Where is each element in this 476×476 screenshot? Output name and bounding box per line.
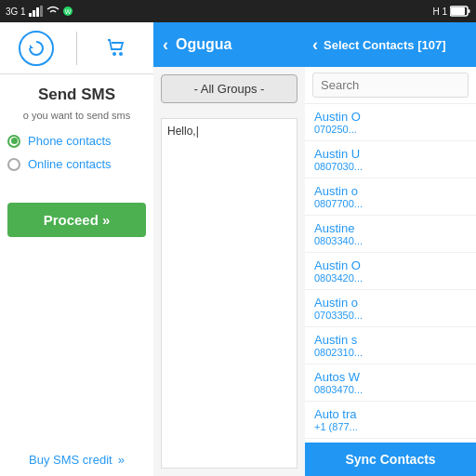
- contact-name: Auto tra: [314, 407, 467, 421]
- refresh-icon-circle[interactable]: [19, 31, 54, 66]
- contact-list-item[interactable]: Austin s 0802310...: [305, 327, 476, 364]
- online-contacts-option[interactable]: Online contacts: [7, 157, 146, 171]
- wifi-icon: [46, 6, 60, 17]
- left-header: [0, 22, 153, 74]
- contact-phone: 0807700...: [314, 198, 467, 209]
- contact-list-item[interactable]: Austin U 0807030...: [305, 141, 476, 178]
- contact-phone: 0803470...: [314, 384, 467, 395]
- status-bar: 3G 1 W H 1: [0, 0, 476, 22]
- right-panel: ‹ Select Contacts [107] Austin O 070250.…: [305, 22, 476, 476]
- contact-phone: 0803420...: [314, 272, 467, 284]
- proceed-button[interactable]: Proceed »: [7, 203, 146, 237]
- contact-phone: 0807030...: [314, 161, 467, 172]
- contact-name: Austin O: [314, 258, 467, 272]
- middle-panel: ‹ Ogugua - All Groups - Hello,|: [153, 22, 305, 476]
- svg-point-11: [119, 52, 123, 56]
- main-layout: Send SMS o you want to send sms Phone co…: [0, 22, 476, 476]
- whatsapp-icon: W: [62, 6, 73, 17]
- contact-name: Austin U: [314, 147, 467, 161]
- buy-credit-link[interactable]: Buy SMS credit »: [0, 443, 153, 476]
- all-groups-button[interactable]: - All Groups -: [161, 74, 298, 103]
- sync-contacts-button[interactable]: Sync Contacts: [305, 443, 476, 476]
- contact-phone: 0802310...: [314, 347, 467, 358]
- contact-phone: 0803340...: [314, 235, 467, 246]
- h-indicator: H 1: [432, 7, 447, 17]
- message-area[interactable]: Hello,|: [161, 118, 298, 469]
- contact-list: Austin O 070250... Austin U 0807030... A…: [305, 104, 476, 443]
- contact-name: Austin s: [314, 333, 467, 347]
- battery-icon: [450, 6, 470, 17]
- svg-rect-2: [36, 7, 39, 17]
- contact-phone: +1 (877...: [314, 421, 467, 432]
- contact-list-item[interactable]: Autos W 0803470...: [305, 364, 476, 402]
- right-back-arrow-icon[interactable]: ‹: [312, 35, 318, 55]
- contact-list-item[interactable]: Austin O 0803420...: [305, 253, 476, 290]
- contact-list-item[interactable]: Austin o 0807700...: [305, 178, 476, 216]
- svg-marker-9: [30, 45, 33, 48]
- send-sms-title: Send SMS: [7, 86, 146, 104]
- svg-rect-7: [451, 7, 465, 15]
- chevron-right-icon: »: [118, 453, 125, 467]
- cart-icon: [106, 37, 128, 60]
- status-left: 3G 1 W: [6, 6, 73, 17]
- search-input[interactable]: [312, 73, 469, 98]
- middle-header-title: Ogugua: [176, 36, 231, 53]
- contact-list-item[interactable]: Austin O 070250...: [305, 104, 476, 141]
- status-right: H 1: [432, 6, 470, 17]
- left-panel: Send SMS o you want to send sms Phone co…: [0, 22, 153, 476]
- svg-rect-1: [33, 10, 35, 17]
- contact-phone: 070250...: [314, 124, 467, 135]
- search-box: [305, 67, 476, 104]
- signal-bars-icon: [29, 6, 44, 17]
- phone-contacts-radio[interactable]: [7, 135, 20, 148]
- phone-contacts-option[interactable]: Phone contacts: [7, 134, 146, 148]
- cart-icon-circle[interactable]: [99, 31, 135, 66]
- contact-name: Austin O: [314, 110, 467, 124]
- svg-point-10: [112, 52, 116, 56]
- contact-name: Austin o: [314, 296, 467, 310]
- online-contacts-radio[interactable]: [7, 158, 20, 171]
- svg-rect-3: [40, 6, 43, 17]
- middle-back-arrow-icon[interactable]: ‹: [163, 35, 168, 55]
- contact-name: Autos W: [314, 370, 467, 384]
- cursor: |: [196, 125, 199, 138]
- contact-phone: 0703350...: [314, 310, 467, 321]
- contact-name: Austine: [314, 221, 467, 235]
- header-divider: [76, 32, 77, 65]
- svg-rect-0: [29, 13, 32, 17]
- middle-header: ‹ Ogugua: [153, 22, 305, 67]
- message-text: Hello,: [167, 125, 196, 138]
- contact-list-item[interactable]: Austine 0803340...: [305, 216, 476, 253]
- contact-list-item[interactable]: Austin o 0703350...: [305, 290, 476, 327]
- svg-text:W: W: [64, 8, 71, 15]
- contact-name: Austin o: [314, 184, 467, 198]
- contact-list-item[interactable]: Auto tra +1 (877...: [305, 402, 476, 439]
- svg-rect-8: [469, 9, 470, 13]
- buy-credit-label: Buy SMS credit: [29, 453, 112, 467]
- send-sms-subtitle: o you want to send sms: [7, 110, 146, 121]
- signal-text: 3G 1: [6, 7, 26, 17]
- refresh-icon: [26, 38, 46, 59]
- send-sms-section: Send SMS o you want to send sms Phone co…: [0, 74, 153, 188]
- right-header: ‹ Select Contacts [107]: [305, 22, 476, 67]
- phone-contacts-label: Phone contacts: [28, 134, 112, 148]
- right-header-title: Select Contacts [107]: [324, 38, 446, 52]
- online-contacts-label: Online contacts: [28, 157, 112, 171]
